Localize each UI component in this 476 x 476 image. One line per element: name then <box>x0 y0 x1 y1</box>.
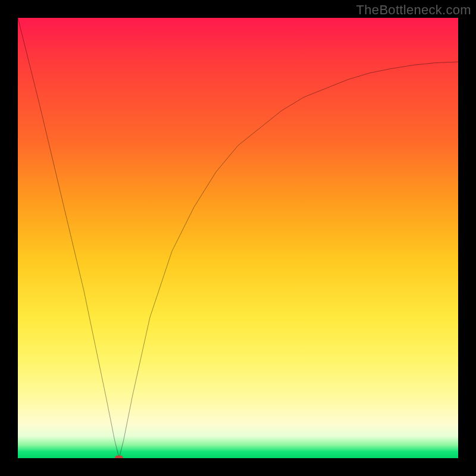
bottleneck-curve <box>18 18 458 458</box>
chart-frame: TheBottleneck.com <box>0 0 476 476</box>
watermark-text: TheBottleneck.com <box>356 2 471 18</box>
minimum-marker <box>115 456 123 459</box>
plot-area <box>18 18 458 458</box>
